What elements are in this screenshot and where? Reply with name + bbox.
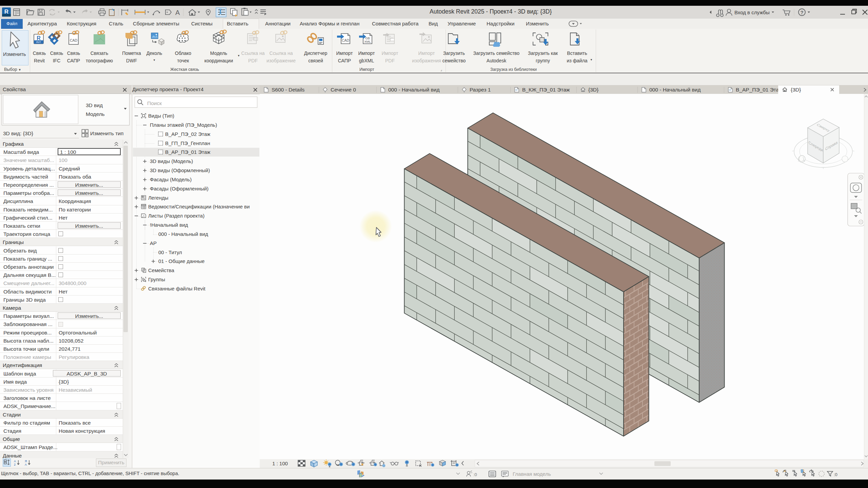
svg-text:XML: XML bbox=[364, 40, 371, 43]
svg-text:RVT: RVT bbox=[36, 41, 41, 43]
svg-text:2: 2 bbox=[14, 463, 16, 466]
svg-text:А: А bbox=[25, 463, 27, 466]
svg-text:Я: Я bbox=[25, 460, 27, 463]
svg-text:R: R bbox=[4, 8, 8, 15]
svg-text:Вход в службы: Вход в службы bbox=[734, 9, 770, 15]
svg-text::0: :0 bbox=[473, 472, 477, 477]
svg-text:R: R bbox=[37, 35, 41, 41]
svg-text:CAD: CAD bbox=[342, 38, 350, 42]
svg-text::0: :0 bbox=[834, 472, 837, 477]
svg-text:A: A bbox=[175, 9, 180, 16]
svg-text:CAD: CAD bbox=[70, 38, 78, 42]
svg-text:А: А bbox=[14, 460, 16, 463]
svg-text:?: ? bbox=[800, 9, 803, 15]
